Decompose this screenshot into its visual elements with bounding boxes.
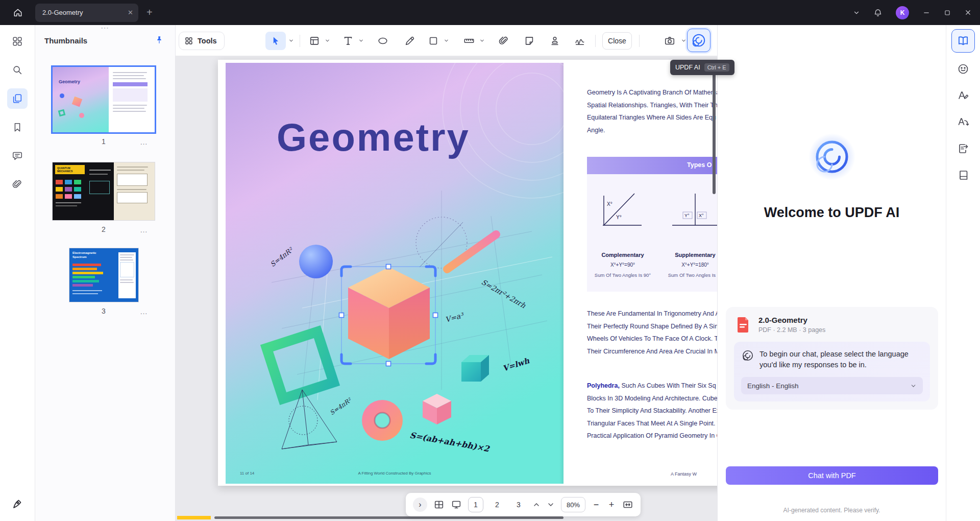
comments-button[interactable] [7,146,28,166]
page-grid-view-button[interactable] [433,499,445,510]
search-button[interactable] [7,60,28,80]
screenshot-chevron-icon[interactable] [681,38,687,43]
zoom-level-field[interactable]: 80% [561,497,585,512]
toolbar-close-button[interactable]: Close [602,32,632,50]
presentation-mode-button[interactable] [451,499,462,510]
shape-tool-button[interactable] [424,32,443,50]
document-tab[interactable]: 2.0-Geometry ✕ [35,4,138,22]
zoom-out-button[interactable]: − [592,500,601,510]
window-maximize-button[interactable] [944,9,951,16]
tools-button[interactable]: Tools [179,32,225,50]
attachments-button[interactable] [7,174,28,195]
window-close-button[interactable] [964,9,972,16]
pencil-tool-button[interactable] [401,32,419,50]
page-thumbnail-1[interactable]: Geometry [52,66,155,133]
page-thumbnail-3[interactable]: Electromagnetic Spectrum [69,248,139,302]
signature-icon [574,35,585,46]
page-button-1[interactable]: 1 [468,497,483,512]
measure-tool-chevron-icon[interactable] [479,38,485,43]
thumbnails-panel-button[interactable] [7,88,28,109]
window-minimize-button[interactable] [922,9,930,17]
updf-ai-tooltip: UPDF AI Ctrl + E [670,60,734,75]
edit-text-button[interactable] [953,85,973,106]
panel-drag-handle[interactable]: ⋯ [35,23,175,33]
updf-ai-button[interactable] [687,29,710,52]
user-avatar[interactable]: K [896,6,909,19]
chat-with-pdf-button[interactable]: Chat with PDF [726,466,938,485]
select-tool-chevron-icon[interactable] [288,38,294,43]
tools-button-label: Tools [198,37,217,45]
horizontal-scrollbar-progress[interactable] [177,516,211,519]
zoom-in-button[interactable]: + [607,500,616,510]
thumbnail-2-menu-button[interactable]: … [140,225,148,234]
polyhedra-lead: Polyhedra, [587,382,620,389]
attach-file-tool-button[interactable] [495,32,513,50]
signature-tool-button[interactable] [571,32,589,50]
export-form-button[interactable] [953,138,973,159]
teal-box-shape[interactable] [461,355,489,382]
thumbnail-1-menu-button[interactable]: … [140,137,148,146]
home-button[interactable] [0,0,35,25]
text-tool-button[interactable] [339,32,357,50]
horizontal-scrollbar-thumb[interactable] [214,516,564,519]
ai-chat-card: 2.0-Geometry PDF · 2.2 MB · 3 pages To b… [726,307,938,410]
booklet-button[interactable] [953,165,973,185]
thumb3-page: Electromagnetic Spectrum [69,248,138,302]
bookmarks-button[interactable] [7,117,28,137]
feedback-button[interactable] [953,59,973,79]
language-select[interactable]: English - English [741,377,923,394]
ai-mini-swirl-icon [741,349,754,370]
left-sidebar-rail [0,25,35,521]
text-tool-icon [342,35,354,46]
page-layout-chevron-icon[interactable] [325,38,330,43]
page-title-geometry: Geometry [277,115,470,159]
measure-tool-button[interactable] [460,32,478,50]
text-tool-chevron-icon[interactable] [358,38,364,43]
tab-close-icon[interactable]: ✕ [128,9,133,16]
new-tab-button[interactable]: + [146,7,153,18]
sphere-shape[interactable] [299,245,333,278]
stamp-tool-button[interactable] [546,32,564,50]
thumbnail-3-menu-button[interactable]: … [140,307,148,316]
select-tool-button[interactable] [265,32,286,50]
ai-welcome-title: Welcome to UPDF AI [718,205,946,221]
titlebar-chevron-down-icon[interactable] [853,9,860,16]
sticker-tool-button[interactable] [520,32,538,50]
page-layout-tool-button[interactable] [305,32,324,50]
collapse-bar-button[interactable]: › [413,498,427,512]
ink-pen-button[interactable] [7,493,28,514]
thumbnail-2-number: 2 [102,225,106,233]
next-page-chevron-down-button[interactable] [547,501,555,509]
previous-page-chevron-up-button[interactable] [532,501,541,509]
page-thumbnail-2[interactable]: QUANTUM MECHANICS [52,162,155,221]
page-button-2[interactable]: 2 [489,497,505,512]
pdf-page-1[interactable]: Geometry S=4πR² [226,63,564,484]
pin-icon[interactable] [155,35,164,44]
paragraph-3: Polyhedra, Such As Cubes With Their Six … [587,380,717,442]
language-select-chevron-icon [910,383,917,389]
svg-text:Y°: Y° [616,215,622,220]
page-footer-left: 11 of 14 [240,471,255,476]
camera-icon [664,35,675,46]
translate-button[interactable] [953,112,973,132]
page2-footer: A Fantasy W [671,471,697,477]
apps-grid-button[interactable] [7,31,28,52]
vertical-scrollbar-thumb[interactable] [713,63,716,194]
notifications-bell-icon[interactable] [873,8,883,17]
page-button-3[interactable]: 3 [511,497,526,512]
fit-width-button[interactable] [622,499,633,510]
ellipse-comment-tool-button[interactable] [374,32,392,50]
reader-mode-button[interactable] [951,29,975,53]
tools-grid-icon [184,36,193,45]
tooltip-label: UPDF AI [675,64,700,71]
thumbnails-panel: ⋯ Thumbnails Geometry [35,25,176,521]
document-viewport[interactable]: Geometry S=4πR² [176,56,717,521]
screenshot-tool-button[interactable] [660,32,679,50]
torus-shape[interactable] [362,400,403,441]
pdf-page-2[interactable]: Geometry Is A Captivating Branch Of Math… [564,63,717,484]
ai-message-bubble: To begin our chat, please select the lan… [734,342,930,401]
thumbnail-1-number: 1 [102,137,106,146]
shape-tool-chevron-icon[interactable] [444,38,449,43]
updf-ai-icon [691,33,706,48]
stamp-icon [549,35,560,46]
